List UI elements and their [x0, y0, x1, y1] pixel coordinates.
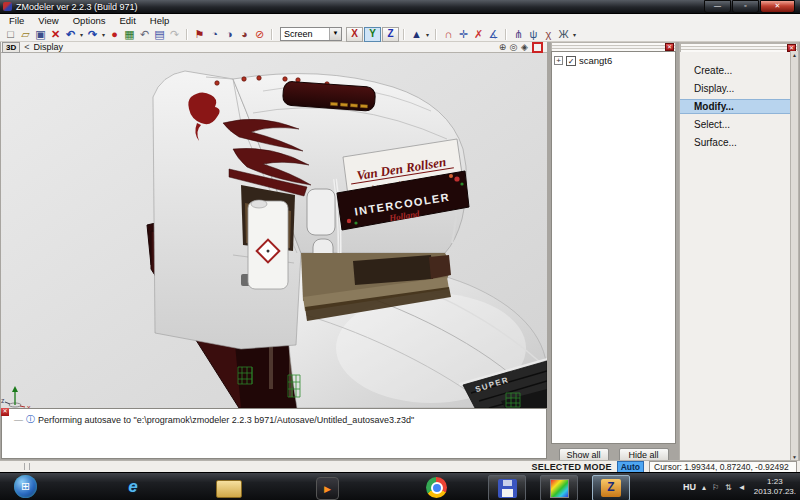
step-back-icon[interactable]: ↶	[137, 28, 152, 41]
morph-icon[interactable]: Ж	[556, 28, 571, 41]
record-icon[interactable]: ●	[107, 28, 122, 41]
bones-icon[interactable]: ⋔	[511, 28, 526, 41]
scene-tree-header[interactable]: ✕	[551, 42, 676, 51]
log-close-icon[interactable]: ✕	[1, 408, 9, 416]
commands-header[interactable]: ✕	[680, 43, 798, 52]
pose-icon[interactable]: χ	[541, 28, 556, 41]
expand-icon[interactable]: +	[554, 56, 563, 65]
command-create[interactable]: Create...	[680, 63, 798, 78]
script-icon[interactable]: ▤	[152, 28, 167, 41]
floppy-icon	[498, 479, 517, 498]
title-bar[interactable]: ZModeler ver 2.2.3 (Build 971) — ▫ ✕	[0, 0, 800, 14]
menu-edit[interactable]: Edit	[112, 15, 142, 26]
close-button[interactable]: ✕	[760, 0, 795, 13]
redo-icon[interactable]: ↷	[85, 28, 100, 41]
image-viewer-icon[interactable]	[540, 475, 578, 500]
new-file-icon[interactable]: □	[3, 28, 18, 41]
viewport-maximize-icon[interactable]	[532, 42, 543, 53]
viewport-header: 3D < Display ⊕ ◎ ◈	[1, 42, 547, 53]
minimize-button[interactable]: —	[704, 0, 731, 13]
snap-angle-icon[interactable]: ∡	[486, 28, 501, 41]
open-folder-icon[interactable]: ▱	[18, 28, 33, 41]
truck-model-scene[interactable]: SUPER	[1, 53, 547, 408]
track-icon[interactable]: ⚑	[192, 28, 207, 41]
clock[interactable]: 1:23 2013.07.23.	[754, 477, 796, 497]
maximize-button[interactable]: ▫	[732, 0, 759, 13]
toolbar-separator	[186, 29, 188, 40]
step-forward-icon[interactable]: ↷	[167, 28, 182, 41]
toolbar-separator	[403, 29, 405, 40]
cursor-coordinates: Cursor: 1.99344, 0.87240, -0.92492	[649, 461, 797, 473]
fit-icon[interactable]: ◈	[519, 42, 530, 52]
chrome-icon[interactable]	[426, 477, 447, 498]
auto-toggle[interactable]: Auto	[617, 461, 644, 473]
tree-item-label[interactable]: scangt6	[579, 55, 612, 66]
clock-date: 2013.07.23.	[754, 487, 796, 496]
command-select[interactable]: Select...	[680, 117, 798, 132]
clock-time: 1:23	[767, 477, 783, 486]
scroll-up-icon[interactable]: ▲	[791, 51, 798, 59]
system-tray: HU ▴ ⚐ ⇅ ◄ 1:23 2013.07.23.	[683, 473, 798, 500]
magnet-icon[interactable]: ∩	[441, 28, 456, 41]
morph-caret-icon[interactable]: ▾	[571, 31, 578, 38]
log-entry: — ⓘ Performing autosave to "e:\programok…	[2, 409, 546, 426]
chrome-core	[431, 482, 443, 494]
primitives-icon[interactable]: ▲	[409, 28, 424, 41]
undo-icon[interactable]: ↶	[63, 28, 78, 41]
menu-options[interactable]: Options	[66, 15, 113, 26]
view-mode-select[interactable]: Screen ▼	[280, 27, 342, 41]
view-mode-caret-icon[interactable]: ▼	[329, 28, 341, 40]
snap-grid-icon[interactable]: ✛	[456, 28, 471, 41]
viewport-back-icon[interactable]: <	[20, 42, 33, 52]
menu-view[interactable]: View	[31, 15, 65, 26]
main-toolbar: □ ▱ ▣ ✕ ↶ ▾ ↷ ▾ ● ▦ ↶ ▤ ↷ ⚑ ◔ ◑ ◕ ⊘ Scre…	[0, 27, 800, 42]
capture-icon[interactable]: ▦	[122, 28, 137, 41]
menu-file[interactable]: File	[2, 15, 31, 26]
tree-row[interactable]: + ✓ scangt6	[552, 52, 675, 69]
file-explorer-icon[interactable]	[216, 480, 242, 498]
axis-z-button[interactable]: Z	[382, 27, 399, 42]
language-indicator[interactable]: HU	[683, 482, 696, 492]
start-button[interactable]: ⊞	[14, 475, 37, 498]
network-icon[interactable]: ⇅	[725, 483, 732, 492]
viewport-3d[interactable]: SUPER	[1, 53, 547, 408]
primitives-caret-icon[interactable]: ▾	[424, 31, 431, 38]
axis-x-button[interactable]: X	[346, 27, 363, 42]
anim-start-icon[interactable]: ◔	[207, 28, 222, 41]
undo-caret-icon[interactable]: ▾	[78, 31, 85, 38]
anim-mid-icon[interactable]: ◑	[222, 28, 237, 41]
command-display[interactable]: Display...	[680, 81, 798, 96]
skin-icon[interactable]: ψ	[526, 28, 541, 41]
snap-off-icon[interactable]: ✗	[471, 28, 486, 41]
status-bar: SELECTED MODE Auto Cursor: 1.99344, 0.87…	[0, 460, 800, 472]
view-mode-value: Screen	[281, 29, 329, 39]
volume-icon[interactable]: ◄	[738, 483, 746, 492]
zmodeler-taskbar-button[interactable]: Z	[592, 475, 630, 500]
app-logo-icon	[3, 2, 12, 11]
command-surface[interactable]: Surface...	[680, 135, 798, 150]
anim-off-icon[interactable]: ⊘	[252, 28, 267, 41]
redo-caret-icon[interactable]: ▾	[100, 31, 107, 38]
save-icon[interactable]: ▣	[33, 28, 48, 41]
scene-tree-close-icon[interactable]: ✕	[665, 43, 674, 51]
action-center-flag-icon[interactable]: ⚐	[712, 483, 719, 492]
command-modify[interactable]: Modify...	[680, 99, 798, 114]
axis-y-button[interactable]: Y	[364, 27, 381, 42]
log-message: Performing autosave to "e:\programok\zmo…	[38, 415, 414, 425]
anim-end-icon[interactable]: ◕	[237, 28, 252, 41]
internet-explorer-icon[interactable]: e	[120, 475, 146, 499]
commands-panel: ✕ Create... Display... Modify... Select.…	[679, 42, 799, 462]
hidden-icons-chevron[interactable]: ▴	[702, 483, 706, 492]
commands-scrollbar[interactable]: ▲ ▼	[790, 51, 798, 461]
menu-help[interactable]: Help	[143, 15, 177, 26]
visibility-checkbox[interactable]: ✓	[566, 56, 576, 66]
viewport-type-button[interactable]: 3D	[2, 42, 20, 53]
orbit-icon[interactable]: ◎	[508, 42, 519, 52]
scene-tree-body[interactable]: + ✓ scangt6	[551, 51, 676, 444]
media-player-icon[interactable]: ▶	[316, 477, 339, 500]
info-icon: ⓘ	[26, 413, 35, 426]
delete-icon[interactable]: ✕	[48, 28, 63, 41]
zoom-icon[interactable]: ⊕	[497, 42, 508, 52]
save-app-icon[interactable]	[488, 475, 526, 500]
viewport-view-label[interactable]: Display	[34, 42, 64, 52]
